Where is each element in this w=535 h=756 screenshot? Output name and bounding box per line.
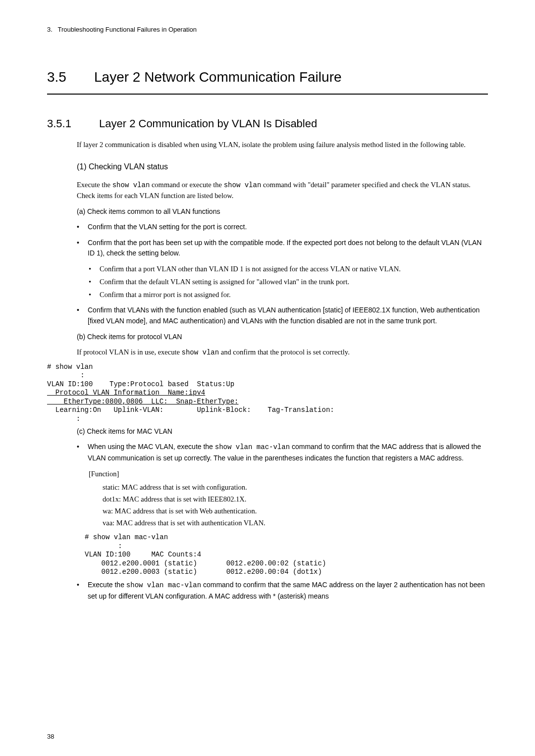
- bullet-compatible-mode: • Confirm that the port has been set up …: [77, 238, 488, 259]
- subsection-number: 3.5.1: [47, 115, 99, 132]
- cmd-show-vlan-2: show vlan: [224, 181, 262, 189]
- func-dot1x: dot1x: MAC address that is set with IEEE…: [103, 494, 488, 505]
- bullet-dot-icon: •: [89, 277, 100, 288]
- page-header: 3. Troubleshooting Functional Failures i…: [47, 25, 488, 35]
- para-execute-show-vlan: Execute the show vlan command or execute…: [77, 180, 488, 202]
- heading-check-items-all-vlan: (a) Check items common to all VLAN funct…: [77, 206, 488, 217]
- para-protocol-vlan: If protocol VLAN is in use, execute show…: [77, 347, 488, 358]
- code-output-show-vlan-mac-vlan: # show vlan mac-vlan : VLAN ID:100 MAC C…: [85, 533, 488, 577]
- bullet-confirm-vlans-function: • Confirm that VLANs with the function e…: [77, 305, 488, 326]
- bullet-dot-icon: •: [77, 222, 88, 233]
- function-list: static: MAC address that is set with con…: [103, 482, 488, 528]
- function-label: [Function]: [89, 469, 488, 480]
- bullet-execute-show-vlan-mac-vlan-2: • Execute the show vlan mac-vlan command…: [77, 580, 488, 602]
- cmd-show-vlan: show vlan: [112, 181, 150, 189]
- page-number: 38: [47, 732, 54, 742]
- sub-bullet-mirror-port: • Confirm that a mirror port is not assi…: [89, 290, 488, 301]
- cmd-show-vlan-mac-vlan: show vlan mac-vlan: [215, 443, 290, 451]
- heading-check-items-mac-vlan: (c) Check items for MAC VLAN: [77, 426, 488, 437]
- intro-paragraph: If layer 2 communication is disabled whe…: [77, 140, 488, 151]
- sub-bullet-port-vlan: • Confirm that a port VLAN other than VL…: [89, 264, 488, 275]
- bullet-dot-icon: •: [89, 290, 100, 301]
- bullet-confirm-vlan-port: • Confirm that the VLAN setting for the …: [77, 222, 488, 233]
- func-static: static: MAC address that is set with con…: [103, 482, 488, 493]
- subsection-title: Layer 2 Communication by VLAN Is Disable…: [99, 117, 317, 130]
- bullet-dot-icon: •: [89, 264, 100, 275]
- heading-check-items-protocol-vlan: (b) Check items for protocol VLAN: [77, 332, 488, 342]
- bullet-dot-icon: •: [77, 580, 88, 602]
- heading-checking-vlan-status: (1) Checking VLAN status: [77, 161, 488, 173]
- bullet-dot-icon: •: [77, 442, 88, 463]
- bullet-dot-icon: •: [77, 305, 88, 326]
- code-output-show-vlan: # show vlan : VLAN ID:100 Type:Protocol …: [47, 363, 488, 424]
- chapter-number: 3.: [47, 26, 53, 33]
- sub-bullet-default-vlan: • Confirm that the default VLAN setting …: [89, 277, 488, 288]
- cmd-show-vlan-mac-vlan-2: show vlan mac-vlan: [126, 581, 201, 589]
- section-number: 3.5: [47, 67, 94, 88]
- chapter-title: Troubleshooting Functional Failures in O…: [57, 26, 197, 33]
- section-heading-3-5: 3.5Layer 2 Network Communication Failure: [47, 67, 488, 95]
- cmd-show-vlan-3: show vlan: [182, 349, 219, 356]
- bullet-mac-vlan-execute: • When using the MAC VLAN, execute the s…: [77, 442, 488, 463]
- func-vaa: vaa: MAC address that is set with authen…: [103, 518, 488, 529]
- func-wa: wa: MAC address that is set with Web aut…: [103, 506, 488, 517]
- section-title: Layer 2 Network Communication Failure: [94, 69, 342, 85]
- subsection-heading-3-5-1: 3.5.1Layer 2 Communication by VLAN Is Di…: [47, 115, 488, 132]
- bullet-dot-icon: •: [77, 238, 88, 259]
